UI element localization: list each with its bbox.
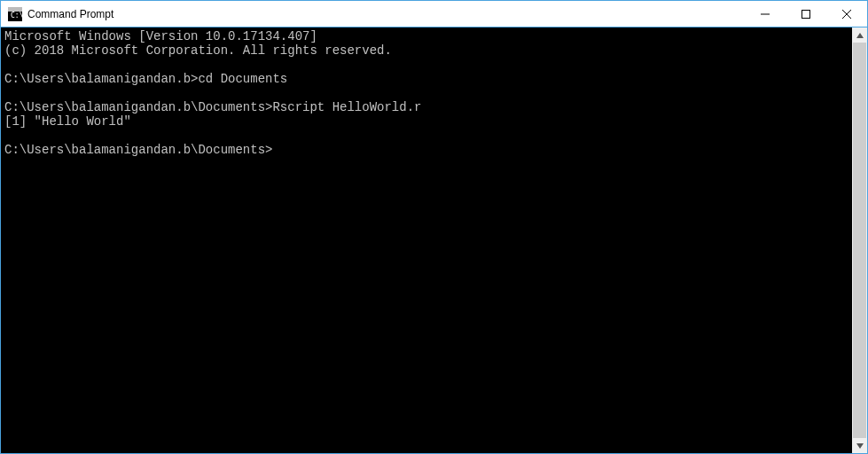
- cmd-icon: C:\: [8, 7, 22, 21]
- client-area: Microsoft Windows [Version 10.0.17134.40…: [1, 27, 867, 453]
- scroll-up-button[interactable]: [852, 27, 867, 43]
- svg-rect-4: [802, 10, 810, 18]
- titlebar[interactable]: C:\ Command Prompt: [1, 1, 867, 27]
- scroll-down-button[interactable]: [852, 438, 867, 453]
- window-controls: [745, 1, 867, 27]
- svg-marker-8: [856, 443, 864, 449]
- window-title: Command Prompt: [27, 8, 745, 20]
- minimize-button[interactable]: [745, 1, 786, 27]
- scroll-thumb[interactable]: [853, 43, 866, 438]
- command-prompt-window: C:\ Command Prompt Microsoft Windows [Ve…: [0, 0, 868, 454]
- svg-text:C:\: C:\: [11, 12, 22, 20]
- close-button[interactable]: [826, 1, 867, 27]
- vertical-scrollbar[interactable]: [852, 27, 867, 453]
- maximize-button[interactable]: [786, 1, 826, 27]
- scroll-track[interactable]: [852, 43, 867, 438]
- svg-marker-7: [856, 33, 864, 38]
- terminal-output[interactable]: Microsoft Windows [Version 10.0.17134.40…: [1, 27, 852, 453]
